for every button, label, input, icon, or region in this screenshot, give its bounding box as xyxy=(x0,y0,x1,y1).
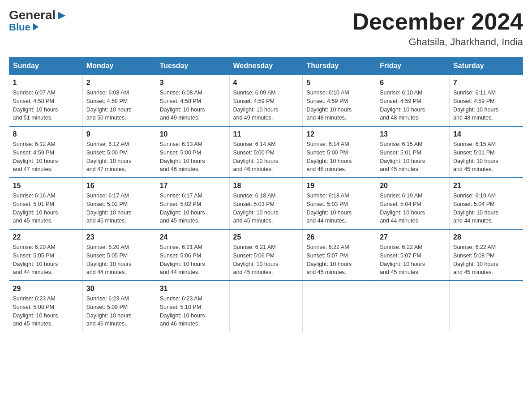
day-info: Sunrise: 6:15 AM Sunset: 5:01 PM Dayligh… xyxy=(453,140,519,174)
day-number: 6 xyxy=(380,79,446,87)
day-number: 22 xyxy=(13,233,79,241)
day-info: Sunrise: 6:11 AM Sunset: 4:59 PM Dayligh… xyxy=(453,89,519,122)
day-number: 20 xyxy=(380,182,446,190)
day-number: 23 xyxy=(86,233,152,241)
week-row-2: 8 Sunrise: 6:12 AM Sunset: 4:59 PM Dayli… xyxy=(9,126,523,178)
header-friday: Friday xyxy=(376,57,450,75)
table-row: 12 Sunrise: 6:14 AM Sunset: 5:00 PM Dayl… xyxy=(303,126,376,178)
table-row: 26 Sunrise: 6:22 AM Sunset: 5:07 PM Dayl… xyxy=(303,229,376,281)
table-row: 28 Sunrise: 6:22 AM Sunset: 5:08 PM Dayl… xyxy=(450,229,523,281)
day-info: Sunrise: 6:09 AM Sunset: 4:59 PM Dayligh… xyxy=(233,89,299,122)
day-info: Sunrise: 6:21 AM Sunset: 5:06 PM Dayligh… xyxy=(233,243,299,277)
day-number: 25 xyxy=(233,233,299,241)
table-row: 1 Sunrise: 6:07 AM Sunset: 4:58 PM Dayli… xyxy=(9,75,83,126)
table-row: 5 Sunrise: 6:10 AM Sunset: 4:59 PM Dayli… xyxy=(303,75,376,126)
table-row: 21 Sunrise: 6:19 AM Sunset: 5:04 PM Dayl… xyxy=(450,178,523,229)
day-number: 7 xyxy=(453,79,519,87)
day-info: Sunrise: 6:17 AM Sunset: 5:02 PM Dayligh… xyxy=(160,192,226,225)
calendar-header-row: SundayMondayTuesdayWednesdayThursdayFrid… xyxy=(9,57,523,75)
title-block: December 2024 Ghatsila, Jharkhand, India xyxy=(352,9,523,48)
table-row: 9 Sunrise: 6:12 AM Sunset: 5:00 PM Dayli… xyxy=(82,126,156,178)
day-number: 2 xyxy=(86,79,152,87)
page-header: General► Blue December 2024 Ghatsila, Jh… xyxy=(9,9,523,48)
table-row: 19 Sunrise: 6:18 AM Sunset: 5:03 PM Dayl… xyxy=(303,178,376,229)
table-row: 14 Sunrise: 6:15 AM Sunset: 5:01 PM Dayl… xyxy=(450,126,523,178)
day-number: 15 xyxy=(13,182,79,190)
table-row: 17 Sunrise: 6:17 AM Sunset: 5:02 PM Dayl… xyxy=(156,178,229,229)
day-number: 28 xyxy=(453,233,519,241)
day-number: 1 xyxy=(13,79,79,87)
day-info: Sunrise: 6:19 AM Sunset: 5:04 PM Dayligh… xyxy=(453,192,519,225)
table-row: 30 Sunrise: 6:23 AM Sunset: 5:09 PM Dayl… xyxy=(82,281,156,332)
day-info: Sunrise: 6:23 AM Sunset: 5:10 PM Dayligh… xyxy=(160,295,226,328)
table-row xyxy=(450,281,523,332)
day-number: 4 xyxy=(233,79,299,87)
header-monday: Monday xyxy=(82,57,156,75)
day-info: Sunrise: 6:18 AM Sunset: 5:03 PM Dayligh… xyxy=(306,192,372,225)
table-row: 3 Sunrise: 6:08 AM Sunset: 4:58 PM Dayli… xyxy=(156,75,229,126)
day-info: Sunrise: 6:22 AM Sunset: 5:07 PM Dayligh… xyxy=(380,243,446,277)
header-wednesday: Wednesday xyxy=(229,57,303,75)
day-number: 29 xyxy=(13,285,79,293)
table-row: 6 Sunrise: 6:10 AM Sunset: 4:59 PM Dayli… xyxy=(376,75,450,126)
table-row: 13 Sunrise: 6:15 AM Sunset: 5:01 PM Dayl… xyxy=(376,126,450,178)
table-row: 8 Sunrise: 6:12 AM Sunset: 4:59 PM Dayli… xyxy=(9,126,83,178)
day-info: Sunrise: 6:21 AM Sunset: 5:06 PM Dayligh… xyxy=(160,243,226,277)
week-row-1: 1 Sunrise: 6:07 AM Sunset: 4:58 PM Dayli… xyxy=(9,75,523,126)
day-info: Sunrise: 6:12 AM Sunset: 5:00 PM Dayligh… xyxy=(86,140,152,174)
day-number: 13 xyxy=(380,130,446,138)
day-info: Sunrise: 6:15 AM Sunset: 5:01 PM Dayligh… xyxy=(380,140,446,174)
day-info: Sunrise: 6:16 AM Sunset: 5:01 PM Dayligh… xyxy=(13,192,79,225)
table-row: 24 Sunrise: 6:21 AM Sunset: 5:06 PM Dayl… xyxy=(156,229,229,281)
day-number: 10 xyxy=(160,130,226,138)
logo-general-text: General► xyxy=(9,9,68,21)
day-info: Sunrise: 6:18 AM Sunset: 5:03 PM Dayligh… xyxy=(233,192,299,225)
day-info: Sunrise: 6:08 AM Sunset: 4:58 PM Dayligh… xyxy=(86,89,152,122)
logo-accent: ► xyxy=(56,8,68,22)
week-row-4: 22 Sunrise: 6:20 AM Sunset: 5:05 PM Dayl… xyxy=(9,229,523,281)
day-info: Sunrise: 6:20 AM Sunset: 5:05 PM Dayligh… xyxy=(13,243,79,277)
header-tuesday: Tuesday xyxy=(156,57,229,75)
day-info: Sunrise: 6:22 AM Sunset: 5:07 PM Dayligh… xyxy=(306,243,372,277)
day-info: Sunrise: 6:17 AM Sunset: 5:02 PM Dayligh… xyxy=(86,192,152,225)
table-row: 4 Sunrise: 6:09 AM Sunset: 4:59 PM Dayli… xyxy=(229,75,303,126)
day-number: 12 xyxy=(306,130,372,138)
month-title: December 2024 xyxy=(352,9,523,34)
table-row xyxy=(376,281,450,332)
day-info: Sunrise: 6:07 AM Sunset: 4:58 PM Dayligh… xyxy=(13,89,79,122)
table-row: 10 Sunrise: 6:13 AM Sunset: 5:00 PM Dayl… xyxy=(156,126,229,178)
header-thursday: Thursday xyxy=(303,57,376,75)
table-row: 11 Sunrise: 6:14 AM Sunset: 5:00 PM Dayl… xyxy=(229,126,303,178)
table-row: 31 Sunrise: 6:23 AM Sunset: 5:10 PM Dayl… xyxy=(156,281,229,332)
day-number: 30 xyxy=(86,285,152,293)
table-row: 7 Sunrise: 6:11 AM Sunset: 4:59 PM Dayli… xyxy=(450,75,523,126)
day-info: Sunrise: 6:19 AM Sunset: 5:04 PM Dayligh… xyxy=(380,192,446,225)
week-row-5: 29 Sunrise: 6:23 AM Sunset: 5:08 PM Dayl… xyxy=(9,281,523,332)
day-number: 24 xyxy=(160,233,226,241)
logo: General► Blue xyxy=(9,9,68,33)
table-row: 27 Sunrise: 6:22 AM Sunset: 5:07 PM Dayl… xyxy=(376,229,450,281)
day-number: 21 xyxy=(453,182,519,190)
day-info: Sunrise: 6:08 AM Sunset: 4:58 PM Dayligh… xyxy=(160,89,226,122)
table-row: 22 Sunrise: 6:20 AM Sunset: 5:05 PM Dayl… xyxy=(9,229,83,281)
day-number: 5 xyxy=(306,79,372,87)
day-info: Sunrise: 6:14 AM Sunset: 5:00 PM Dayligh… xyxy=(233,140,299,174)
table-row: 25 Sunrise: 6:21 AM Sunset: 5:06 PM Dayl… xyxy=(229,229,303,281)
day-info: Sunrise: 6:10 AM Sunset: 4:59 PM Dayligh… xyxy=(306,89,372,122)
table-row: 20 Sunrise: 6:19 AM Sunset: 5:04 PM Dayl… xyxy=(376,178,450,229)
header-sunday: Sunday xyxy=(9,57,83,75)
logo-blue-text: Blue xyxy=(9,21,39,33)
header-saturday: Saturday xyxy=(450,57,523,75)
day-number: 17 xyxy=(160,182,226,190)
table-row xyxy=(303,281,376,332)
day-number: 26 xyxy=(306,233,372,241)
table-row: 29 Sunrise: 6:23 AM Sunset: 5:08 PM Dayl… xyxy=(9,281,83,332)
day-info: Sunrise: 6:13 AM Sunset: 5:00 PM Dayligh… xyxy=(160,140,226,174)
day-number: 3 xyxy=(160,79,226,87)
day-number: 9 xyxy=(86,130,152,138)
day-info: Sunrise: 6:22 AM Sunset: 5:08 PM Dayligh… xyxy=(453,243,519,277)
calendar-table: SundayMondayTuesdayWednesdayThursdayFrid… xyxy=(9,57,523,332)
day-number: 18 xyxy=(233,182,299,190)
day-number: 31 xyxy=(160,285,226,293)
table-row: 16 Sunrise: 6:17 AM Sunset: 5:02 PM Dayl… xyxy=(82,178,156,229)
